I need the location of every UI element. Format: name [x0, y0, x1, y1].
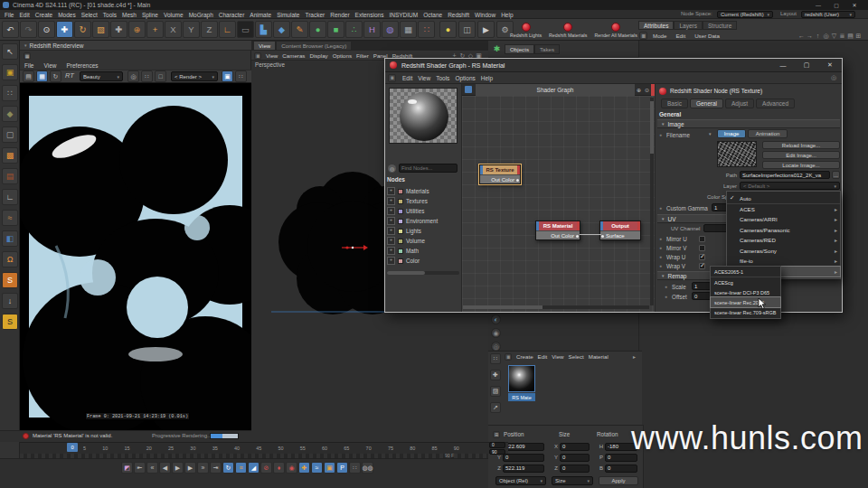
renderview-icon[interactable]: ↻ — [50, 70, 61, 82]
reload-image-button[interactable]: Reload Image... — [762, 141, 840, 149]
transport-button[interactable]: ↻ — [222, 462, 234, 474]
nav-icon[interactable]: → — [806, 33, 814, 39]
anim-dot-icon[interactable] — [665, 284, 672, 289]
objects-tab[interactable]: Takes — [534, 44, 560, 54]
graph-vscrollbar[interactable] — [650, 98, 654, 305]
toolbar-icon[interactable]: ⊕ — [128, 21, 146, 38]
close-button[interactable]: ✕ — [845, 2, 863, 8]
anim-dot-icon[interactable] — [659, 236, 666, 241]
anim-dot-icon[interactable] — [659, 263, 666, 268]
transport-button[interactable]: » — [197, 462, 209, 474]
position-field[interactable]: 222.609 — [503, 443, 544, 451]
menu-item[interactable]: Edit — [16, 11, 32, 19]
attribute-tab[interactable]: Structure — [703, 21, 737, 30]
locate-image-button[interactable]: Locate Image... — [762, 161, 840, 169]
attribute-tab[interactable]: Attributes — [638, 21, 674, 30]
menu-item[interactable]: File — [2, 11, 16, 19]
window-close-button[interactable]: ✕ — [818, 61, 842, 69]
anim-dot-icon[interactable] — [659, 205, 666, 211]
transport-button[interactable]: ▶ — [184, 462, 196, 474]
rt-toggle[interactable]: RT — [65, 71, 74, 80]
browser-scrollbar[interactable] — [387, 271, 459, 275]
colorspace-submenu-item[interactable]: ACEScg — [711, 277, 780, 287]
toolbar-icon[interactable]: ✎ — [291, 21, 308, 38]
transport-button[interactable]: P — [336, 462, 348, 474]
transport-button[interactable]: ◢ — [248, 462, 259, 474]
menu-item[interactable]: MoGraph — [186, 11, 216, 19]
edit-image-button[interactable]: Edit Image... — [762, 151, 840, 159]
graph-pin-icon[interactable]: ⊕ — [637, 87, 641, 93]
renderview-icon[interactable]: ▣ — [222, 70, 233, 82]
colorspace-menu-item[interactable]: Cameras/ARRI — [727, 214, 840, 225]
anim-dot-icon[interactable] — [659, 245, 666, 250]
toolbar-icon[interactable]: ▧ — [92, 21, 109, 38]
coords-mode-select[interactable]: Object (Rel) — [495, 476, 546, 485]
material-strip-icon[interactable]: ∷ — [490, 353, 501, 364]
left-toolbar-icon[interactable]: ≈ — [2, 210, 18, 226]
toolbar-icon[interactable]: ▭ — [237, 21, 254, 38]
left-toolbar-icon[interactable]: ↖ — [2, 43, 18, 60]
layer-select[interactable]: < Default > — [740, 182, 840, 190]
surface-port[interactable]: Surface — [600, 230, 640, 239]
renderview-icon[interactable]: ∷ — [235, 70, 247, 82]
coords-size-select[interactable]: Size — [552, 476, 593, 485]
render-pass-select[interactable]: Beauty — [80, 71, 123, 81]
transport-button[interactable]: ⇥ — [210, 462, 222, 474]
transport-button[interactable]: ◉ — [286, 462, 297, 474]
transport-button[interactable]: ▶ — [172, 462, 184, 474]
graph-dock-icon[interactable] — [465, 86, 472, 93]
toolbar-icon[interactable]: ▙ — [255, 21, 272, 38]
transport-button[interactable]: ≈ — [311, 462, 323, 474]
left-toolbar-icon[interactable]: ◆ — [2, 106, 18, 122]
toolbar-icon[interactable]: + — [146, 21, 164, 38]
toolbar-icon[interactable]: ◍ — [382, 21, 399, 38]
props-tab[interactable]: Adjust — [725, 99, 754, 108]
left-toolbar-icon[interactable]: ▤ — [2, 168, 18, 184]
renderview-icon[interactable]: ◎ — [127, 70, 139, 82]
left-toolbar-icon[interactable]: ▢ — [2, 127, 18, 143]
nav-icon[interactable]: ▤ — [846, 33, 854, 40]
position-field[interactable]: 522.119 — [503, 465, 544, 473]
frame-end-field[interactable]: 90 — [489, 449, 505, 455]
toolbar-icon[interactable]: ↷ — [20, 21, 37, 38]
attribute-menu-item[interactable]: User Data — [692, 32, 722, 40]
transport-button[interactable]: ♦ — [273, 462, 285, 474]
props-tab[interactable]: General — [690, 99, 723, 108]
apply-button[interactable]: Apply — [599, 476, 638, 485]
toolbar-icon[interactable]: ∟ — [219, 21, 236, 38]
renderview-icon[interactable]: ∷ — [141, 70, 153, 82]
node-category[interactable]: Utilities — [387, 206, 459, 216]
maximize-button[interactable]: ▢ — [827, 2, 845, 8]
left-toolbar-icon[interactable]: ∷ — [2, 85, 18, 101]
node-category[interactable]: Textures — [387, 196, 459, 206]
node-category[interactable]: Materials — [387, 186, 459, 196]
toolbar-icon[interactable]: Y — [183, 21, 200, 38]
toolbar-icon[interactable]: ↶ — [2, 21, 19, 38]
coords-grid-icon[interactable]: ⊞ — [493, 431, 500, 438]
viewport-menu-item[interactable]: Filter — [354, 52, 371, 60]
transport-button[interactable]: ◍◍ — [362, 462, 373, 474]
transport-button[interactable]: ▣ — [324, 462, 335, 474]
node-category[interactable]: Color — [387, 256, 459, 266]
out-color-port[interactable]: Out Color — [536, 230, 580, 239]
toolbar-icon[interactable]: ■ — [327, 21, 344, 38]
hud-icon[interactable]: ◐ — [491, 314, 501, 324]
window-maximize-button[interactable]: ▢ — [795, 61, 818, 69]
menu-item[interactable]: INSYDIUM — [386, 11, 420, 19]
toolbar-icon[interactable]: ⊙ — [38, 21, 55, 38]
viewport-menu-item[interactable]: Display — [307, 52, 329, 60]
redshift-toolbar-button[interactable]: Redshift Materials — [549, 23, 587, 38]
left-toolbar-icon[interactable]: ∟ — [2, 189, 18, 205]
node-category[interactable]: Lights — [387, 226, 459, 236]
menu-item[interactable]: Render — [327, 11, 352, 19]
nav-icon[interactable]: ⊞ — [854, 33, 863, 40]
shader-search-icon[interactable]: ◎ — [831, 74, 836, 81]
viewport-tab[interactable]: View — [253, 41, 276, 51]
shader-window-titlebar[interactable]: Redshift Shader Graph - RS Material — ▢ … — [385, 59, 842, 72]
menu-item[interactable]: Tracker — [302, 11, 327, 19]
checkbox[interactable] — [699, 236, 705, 242]
toolbar-icon[interactable]: X — [165, 21, 182, 38]
colorspace-menu-item[interactable]: Auto — [727, 193, 840, 204]
material-thumbnail[interactable] — [508, 365, 535, 392]
node-space-select[interactable]: Current (Redshift) — [717, 11, 773, 18]
